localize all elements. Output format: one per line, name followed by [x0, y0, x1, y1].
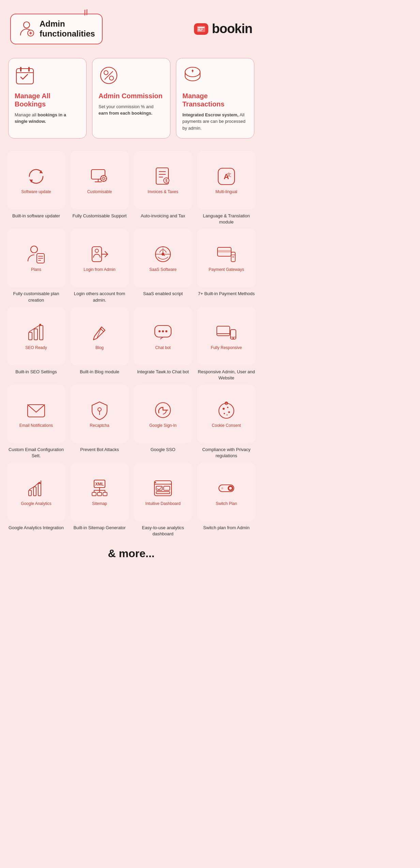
- svg-point-66: [219, 403, 234, 418]
- feature-login-admin: Login from Admin Login others account fr…: [70, 229, 129, 303]
- feature-invoices: $ Invoices & Taxes Auto-invoicing and Ta…: [134, 151, 192, 225]
- feature-desc-responsive: Responsive Admin, User and Website: [197, 369, 256, 381]
- svg-point-91: [155, 482, 156, 483]
- svg-point-95: [221, 487, 223, 489]
- feature-card-payment: Payment Gateways: [197, 229, 256, 287]
- svg-point-61: [232, 337, 234, 339]
- feature-dashboard: Intuitive Dashboard Easy-to-use analytic…: [134, 463, 192, 537]
- svg-point-71: [227, 415, 228, 416]
- feature-desc-seo: Built-in SEO Settings: [15, 369, 57, 375]
- responsive-icon: [216, 322, 237, 343]
- plans-icon: [26, 244, 46, 264]
- feature-desc-dashboard: Easy-to-use analytics dashboard: [134, 525, 192, 537]
- svg-rect-6: [198, 30, 202, 31]
- admin-icon: [18, 20, 35, 38]
- feature-plans: Plans Fully customisable plan creation: [7, 229, 65, 303]
- feature-multilingual: A 文 Multi-lingual Language & Translation…: [197, 151, 256, 225]
- svg-rect-75: [38, 483, 41, 496]
- svg-rect-3: [198, 27, 205, 28]
- header: Adminfunctionalities bookin: [7, 10, 256, 48]
- svg-point-56: [165, 330, 167, 332]
- svg-point-54: [159, 330, 161, 332]
- feature-label-software-update: Software update: [21, 189, 51, 194]
- feature-saas: SaaS Software SaaS enabled script: [134, 229, 192, 303]
- svg-rect-48: [34, 329, 38, 340]
- svg-rect-7: [16, 69, 33, 84]
- feature-card-responsive: Fully Responsive: [197, 307, 256, 365]
- feature-card-cookie: Cookie Consent: [197, 385, 256, 443]
- feature-software-update: Software update Built-in software update…: [7, 151, 65, 225]
- svg-point-63: [98, 408, 101, 411]
- analytics-icon: [26, 478, 46, 498]
- feature-card-switch-plan: Switch Plan: [197, 463, 256, 521]
- commission-icon: [99, 65, 119, 86]
- feature-label-invoices: Invoices & Taxes: [148, 189, 178, 194]
- feature-desc-software-update: Built-in software updater: [12, 213, 60, 219]
- logo: bookin: [194, 21, 252, 36]
- feature-label-multilingual: Multi-lingual: [215, 189, 237, 194]
- svg-rect-47: [29, 332, 32, 340]
- cookie-icon: [216, 400, 237, 420]
- feature-label-sitemap: Sitemap: [92, 501, 107, 506]
- admin-badge: Adminfunctionalities: [10, 14, 103, 44]
- feature-label-recaptcha: Recaptcha: [90, 423, 109, 428]
- top-cards: Manage All Bookings Manage all bookings …: [7, 58, 256, 139]
- logo-icon: [194, 23, 208, 35]
- feature-desc-sitemap: Built-in Sitemap Generator: [73, 525, 125, 531]
- feature-label-plans: Plans: [31, 267, 41, 272]
- feature-desc-multilingual: Language & Translation module: [197, 213, 256, 225]
- svg-text:$: $: [165, 179, 167, 183]
- feature-card-sitemap: XML Sitemap: [70, 463, 129, 521]
- feature-desc-payment: 7+ Built-in Payment Methods: [198, 291, 255, 297]
- feature-chatbot: Chat bot Integrate Tawk.to Chat bot: [134, 307, 192, 381]
- feature-label-saas: SaaS Software: [149, 267, 177, 272]
- switch-icon: [216, 478, 237, 498]
- feature-card-chatbot: Chat bot: [134, 307, 192, 365]
- feature-label-chatbot: Chat bot: [155, 345, 170, 350]
- feature-label-customisable: Customisable: [87, 189, 112, 194]
- feature-desc-customisable: Fully Customisable Support: [73, 213, 127, 219]
- chatbot-icon: [153, 322, 173, 343]
- admin-title: Adminfunctionalities: [40, 19, 95, 39]
- feature-card-blog: Blog: [70, 307, 129, 365]
- refresh-icon: [26, 166, 46, 187]
- feature-label-switch-plan: Switch Plan: [216, 501, 237, 506]
- feature-recaptcha: Recaptcha Prevent Bot Attacks: [70, 385, 129, 459]
- feature-card-dashboard: Intuitive Dashboard: [134, 463, 192, 521]
- svg-rect-43: [217, 250, 231, 252]
- feature-desc-invoices: Auto-invoicing and Tax: [141, 213, 185, 219]
- sitemap-icon: XML: [89, 478, 110, 498]
- feature-desc-chatbot: Integrate Tawk.to Chat bot: [137, 369, 189, 375]
- feature-switch-plan: Switch Plan Switch plan from Admin: [197, 463, 256, 537]
- svg-point-30: [31, 246, 38, 253]
- seo-icon: [26, 322, 46, 343]
- feature-label-cookie: Cookie Consent: [212, 423, 241, 428]
- feature-cookie: Cookie Consent Compliance with Privacy r…: [197, 385, 256, 459]
- invoice-icon: $: [153, 166, 173, 187]
- svg-text:文: 文: [227, 172, 231, 177]
- feature-desc-cookie: Compliance with Privacy regulations: [197, 447, 256, 459]
- svg-rect-85: [103, 492, 107, 496]
- svg-point-12: [104, 71, 108, 75]
- feature-card-seo: SEO Ready: [7, 307, 65, 365]
- svg-point-69: [228, 411, 230, 413]
- svg-point-94: [229, 487, 232, 490]
- features-row-4: Email Notifications Custom Email Configu…: [7, 385, 256, 459]
- saas-icon: [153, 244, 173, 264]
- svg-rect-73: [29, 490, 31, 496]
- feature-label-seo: SEO Ready: [25, 345, 47, 350]
- feature-desc-blog: Built-in Blog module: [80, 369, 119, 375]
- svg-point-68: [227, 407, 228, 408]
- svg-rect-9: [20, 67, 21, 72]
- top-card-bookings: Manage All Bookings Manage all bookings …: [8, 58, 87, 139]
- svg-rect-89: [164, 486, 170, 490]
- calendar-icon: [15, 65, 35, 86]
- features-row-1: Software update Built-in software update…: [7, 151, 256, 225]
- feature-label-dashboard: Intuitive Dashboard: [145, 501, 180, 506]
- features-section: Software update Built-in software update…: [7, 151, 256, 537]
- svg-rect-5: [201, 29, 202, 30]
- svg-rect-83: [92, 492, 96, 496]
- feature-desc-switch-plan: Switch plan from Admin: [203, 525, 250, 531]
- features-row-3: SEO Ready Built-in SEO Settings Blog Bui…: [7, 307, 256, 381]
- feature-email: Email Notifications Custom Email Configu…: [7, 385, 65, 459]
